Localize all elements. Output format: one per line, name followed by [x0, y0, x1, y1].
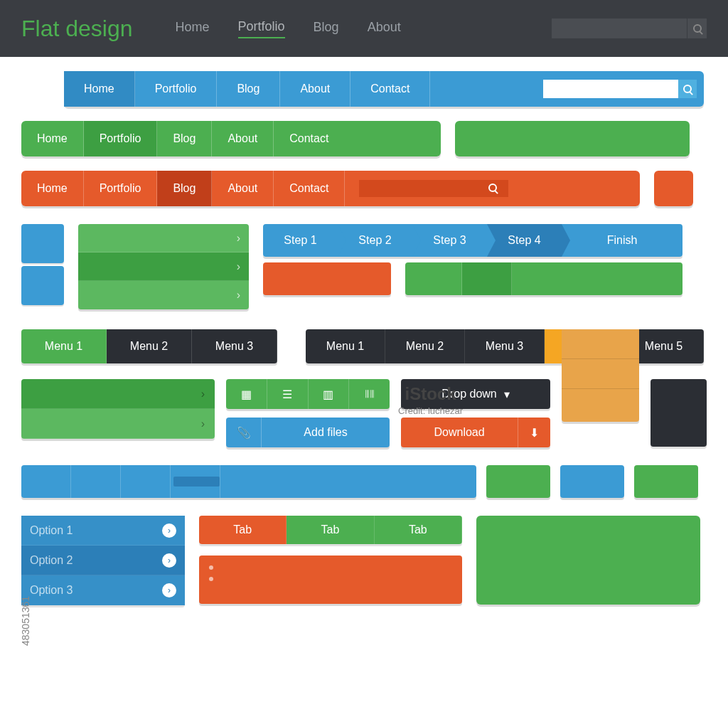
search-input[interactable]	[359, 180, 508, 197]
nav-item-portfolio[interactable]: Portfolio	[84, 121, 158, 156]
nav-item-home[interactable]: Home	[21, 171, 84, 206]
menu-green: Menu 1 Menu 2 Menu 3	[21, 329, 277, 363]
list-row[interactable]: ›	[21, 379, 215, 409]
nav-item-contact[interactable]: Contact	[274, 171, 345, 206]
menu-item-3[interactable]: Menu 3	[192, 329, 277, 363]
steps-bar: Step 1 Step 2 Step 3 Step 4 Finish	[263, 224, 682, 257]
navbar-orange-search	[359, 180, 497, 197]
panel-row[interactable]	[562, 359, 639, 389]
tab-1[interactable]: Tab	[199, 516, 287, 544]
panel-row[interactable]	[562, 389, 639, 419]
grid-view-icon[interactable]: ▦	[226, 379, 267, 409]
tab-3[interactable]: Tab	[375, 516, 462, 544]
header-search	[552, 18, 707, 38]
step-2[interactable]: Step 2	[338, 224, 412, 257]
search-button[interactable]	[687, 18, 707, 38]
menu-item-1[interactable]: Menu 1	[21, 329, 107, 363]
menu-item-3[interactable]: Menu 3	[465, 329, 545, 363]
dark-tooltip	[651, 379, 707, 447]
chevron-right-icon: ›	[162, 583, 176, 597]
chevron-down-icon: ▾	[504, 388, 510, 401]
nav-home[interactable]: Home	[176, 20, 210, 38]
nav-item-portfolio[interactable]: Portfolio	[135, 71, 218, 107]
nav-item-blog[interactable]: Blog	[157, 121, 212, 156]
chevron-right-icon: ›	[162, 553, 176, 568]
chevron-right-icon: ›	[162, 523, 176, 538]
nav-item-home[interactable]: Home	[21, 121, 84, 156]
nav-item-contact[interactable]: Contact	[350, 71, 430, 107]
progress-fill	[173, 477, 220, 487]
search-input[interactable]	[552, 18, 687, 38]
nav-item-blog[interactable]: Blog	[157, 171, 212, 206]
orange-block	[654, 171, 693, 206]
dropdown-button[interactable]: Drop down ▾	[401, 379, 550, 409]
blue-progress-bar	[21, 465, 476, 498]
nav-item-portfolio[interactable]: Portfolio	[84, 171, 158, 206]
amber-dropdown-panel	[562, 329, 639, 422]
navbar-orange: Home Portfolio Blog About Contact	[21, 171, 640, 206]
search-button[interactable]	[488, 182, 497, 195]
download-icon: ⬇	[518, 418, 550, 447]
blue-block-bottom	[21, 266, 64, 305]
blue-square	[560, 465, 624, 498]
tab-2[interactable]: Tab	[287, 516, 374, 544]
dropdown-row[interactable]: ›	[78, 224, 249, 253]
nav-item-about[interactable]: About	[280, 71, 350, 107]
green-square	[634, 465, 698, 498]
paperclip-icon: 📎	[226, 418, 262, 447]
search-input[interactable]	[543, 80, 678, 98]
green-dropdown: › › ›	[78, 224, 249, 309]
logo: Flat design	[21, 16, 133, 42]
header-nav: Home Portfolio Blog About	[176, 19, 401, 38]
nav-item-home[interactable]: Home	[64, 71, 135, 107]
option-1[interactable]: Option 1 ›	[21, 516, 185, 546]
add-files-button[interactable]: 📎 Add files	[226, 418, 390, 447]
dropdown-row-active[interactable]: ›	[78, 253, 249, 281]
option-3[interactable]: Option 3 ›	[21, 575, 185, 605]
search-button[interactable]	[678, 80, 697, 98]
search-icon	[693, 24, 702, 33]
large-green-panel	[476, 516, 700, 605]
view-toolbar: ▦ ☰ ▥ ⦀⦀	[226, 379, 390, 409]
step-finish[interactable]: Finish	[562, 224, 682, 257]
menu-dark: Menu 1 Menu 2 Menu 3 Menu 4 Menu 5	[306, 329, 704, 363]
navbar-blue-search	[543, 80, 697, 98]
green-list: › ›	[21, 379, 215, 439]
panel-row[interactable]	[562, 329, 639, 359]
step-3[interactable]: Step 3	[412, 224, 487, 257]
list-row[interactable]: ›	[21, 409, 215, 439]
bullet-icon	[209, 577, 213, 581]
option-label: Option 2	[30, 554, 73, 567]
list-view-icon[interactable]: ☰	[267, 379, 309, 409]
green-progress	[405, 262, 682, 295]
blue-split-panel	[21, 224, 64, 308]
tabs-bar: Tab Tab Tab	[199, 516, 462, 544]
nav-item-blog[interactable]: Blog	[217, 71, 280, 107]
watermark-id: 483051361	[20, 596, 31, 620]
barcode-icon[interactable]: ⦀⦀	[349, 379, 390, 409]
nav-item-about[interactable]: About	[212, 121, 274, 156]
nav-blog[interactable]: Blog	[314, 20, 339, 38]
navbar-green: Home Portfolio Blog About Contact	[21, 121, 441, 156]
search-icon	[683, 85, 692, 93]
step-1[interactable]: Step 1	[263, 224, 338, 257]
options-panel: Option 1 › Option 2 › Option 3 ›	[21, 516, 185, 605]
dropdown-row[interactable]: ›	[78, 281, 249, 309]
download-button[interactable]: Download ⬇	[401, 418, 550, 447]
menu-item-2[interactable]: Menu 2	[107, 329, 192, 363]
menu-item-2[interactable]: Menu 2	[385, 329, 465, 363]
nav-item-contact[interactable]: Contact	[274, 121, 344, 156]
search-icon	[488, 184, 497, 192]
column-view-icon[interactable]: ▥	[309, 379, 350, 409]
add-files-label: Add files	[262, 426, 390, 439]
menu-item-1[interactable]: Menu 1	[306, 329, 385, 363]
nav-item-about[interactable]: About	[212, 171, 274, 206]
nav-portfolio[interactable]: Portfolio	[238, 19, 285, 38]
nav-about[interactable]: About	[368, 20, 401, 38]
option-label: Option 1	[30, 524, 73, 537]
navbar-blue: Home Portfolio Blog About Contact	[64, 71, 704, 107]
green-square	[486, 465, 550, 498]
top-header: Flat design Home Portfolio Blog About	[0, 0, 728, 57]
option-2[interactable]: Option 2 ›	[21, 546, 185, 575]
step-4[interactable]: Step 4	[487, 224, 562, 257]
